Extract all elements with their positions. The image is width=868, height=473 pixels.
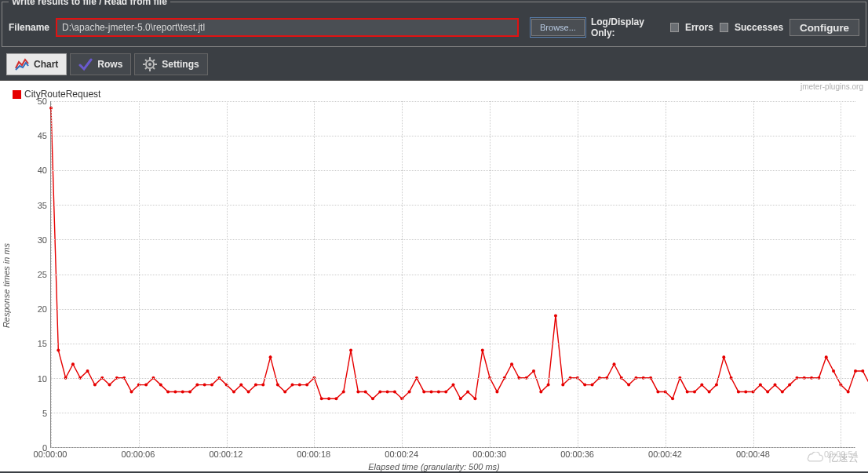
tab-settings[interactable]: Settings (134, 53, 207, 75)
svg-point-104 (737, 390, 740, 393)
svg-point-80 (561, 384, 564, 387)
svg-point-108 (766, 390, 769, 393)
x-tick: 00:00:48 (736, 449, 770, 459)
x-tick: 00:00:18 (297, 449, 330, 459)
svg-line-8 (145, 67, 147, 69)
svg-point-76 (532, 369, 535, 373)
x-tick: 00:00:00 (34, 449, 67, 459)
svg-point-47 (320, 397, 323, 400)
tab-rows[interactable]: Rows (70, 53, 131, 75)
svg-point-97 (686, 390, 689, 393)
x-tick: 00:00:06 (122, 449, 155, 459)
y-tick: 45 (19, 131, 47, 140)
svg-point-98 (693, 390, 696, 393)
filename-input[interactable] (56, 18, 519, 37)
svg-point-15 (86, 369, 89, 373)
svg-point-65 (452, 384, 455, 387)
filename-label: Filename (9, 22, 49, 33)
x-tick: 00:00:12 (209, 449, 243, 459)
svg-point-18 (108, 384, 111, 387)
svg-point-105 (744, 390, 747, 393)
svg-point-39 (261, 384, 264, 387)
browse-button[interactable]: Browse... (531, 19, 585, 36)
y-tick: 15 (19, 339, 47, 348)
svg-point-35 (232, 390, 235, 393)
svg-point-55 (378, 390, 381, 393)
svg-point-78 (547, 384, 550, 387)
svg-point-83 (583, 384, 586, 387)
svg-point-71 (495, 390, 498, 393)
svg-point-21 (130, 390, 133, 393)
svg-point-28 (181, 390, 184, 393)
svg-point-41 (276, 384, 279, 387)
svg-point-84 (591, 384, 594, 387)
errors-checkbox[interactable] (670, 23, 679, 32)
svg-point-30 (195, 384, 199, 387)
chart-area: jmeter-plugins.org CityRouteRequest Resp… (0, 81, 868, 471)
svg-point-120 (854, 369, 857, 373)
svg-point-48 (327, 397, 330, 400)
successes-checkbox[interactable] (720, 23, 728, 32)
gear-icon (143, 57, 157, 71)
x-ticks: 00:00:0000:00:0600:00:1200:00:1800:00:24… (50, 449, 855, 460)
svg-point-49 (334, 397, 337, 400)
successes-label: Successes (735, 22, 783, 33)
y-axis-label: Response times in ms (2, 243, 11, 328)
svg-point-67 (466, 390, 469, 393)
svg-point-61 (422, 390, 425, 393)
brand-watermark: 亿速云 (800, 449, 863, 467)
y-tick: 30 (19, 235, 47, 245)
svg-point-37 (247, 390, 250, 393)
svg-point-1 (148, 63, 151, 66)
svg-point-11 (57, 349, 60, 352)
y-tick: 5 (19, 409, 47, 418)
svg-point-29 (188, 390, 191, 393)
svg-point-77 (539, 390, 542, 393)
svg-point-89 (627, 384, 630, 387)
svg-point-110 (781, 390, 784, 393)
y-tick: 50 (19, 96, 47, 106)
tab-chart-label: Chart (34, 59, 58, 70)
tab-chart[interactable]: Chart (6, 53, 67, 75)
svg-point-57 (393, 390, 396, 393)
file-panel-title: Write results to file / Read from file (9, 0, 170, 7)
svg-point-107 (759, 384, 762, 387)
svg-point-66 (459, 397, 462, 400)
svg-point-25 (159, 384, 162, 387)
svg-point-62 (430, 390, 433, 393)
svg-point-93 (656, 390, 659, 393)
svg-point-102 (722, 355, 725, 358)
configure-button[interactable]: Configure (790, 19, 859, 36)
svg-point-101 (715, 384, 718, 387)
svg-point-109 (774, 384, 777, 387)
plot (50, 101, 855, 448)
brand-text: 亿速云 (828, 451, 859, 465)
svg-point-64 (444, 390, 447, 393)
svg-point-51 (349, 349, 352, 352)
log-display-only-label: Log/Display Only: (591, 16, 664, 38)
svg-point-45 (305, 384, 308, 387)
checkmark-icon (78, 57, 93, 71)
svg-line-6 (145, 60, 147, 61)
errors-label: Errors (685, 22, 713, 33)
svg-point-32 (210, 384, 213, 387)
y-tick: 10 (19, 374, 47, 384)
svg-point-119 (847, 390, 850, 393)
svg-point-27 (173, 390, 177, 393)
svg-point-100 (708, 390, 711, 393)
x-tick: 00:00:42 (648, 449, 682, 459)
svg-point-54 (371, 397, 374, 400)
svg-point-99 (700, 384, 703, 387)
svg-point-59 (408, 390, 411, 393)
svg-point-26 (166, 390, 170, 393)
file-row: Filename Browse... Log/Display Only: Err… (9, 16, 859, 38)
svg-point-121 (861, 369, 864, 373)
svg-point-87 (613, 362, 616, 366)
y-tick: 35 (19, 201, 47, 210)
svg-point-50 (342, 390, 345, 393)
chart-icon (15, 57, 29, 71)
y-tick: 40 (19, 166, 47, 175)
svg-point-73 (510, 362, 513, 366)
svg-point-44 (298, 384, 301, 387)
svg-point-36 (239, 384, 243, 387)
